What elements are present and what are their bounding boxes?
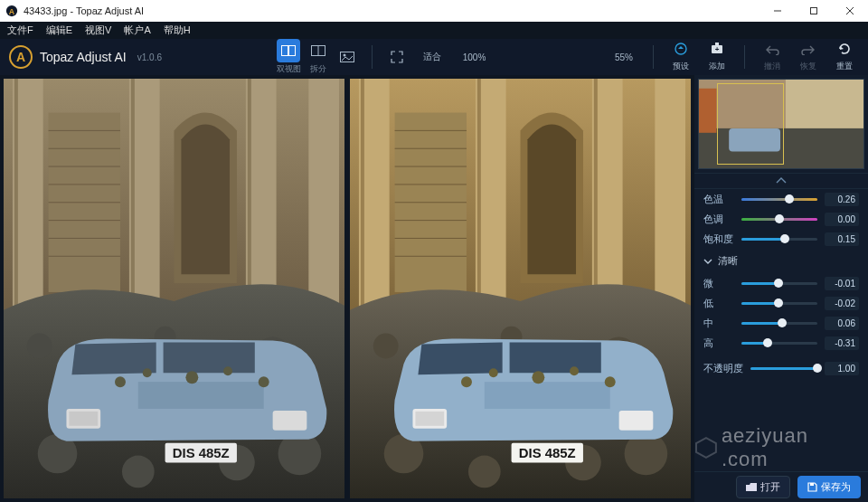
svg-rect-6 <box>282 46 288 56</box>
main: DIS 485Z <box>0 75 868 502</box>
svg-rect-23 <box>308 79 339 328</box>
undo-button[interactable]: 撤消 <box>758 43 787 72</box>
maximize-button[interactable] <box>796 0 832 22</box>
preset-button[interactable]: 预设 <box>666 43 695 72</box>
open-button[interactable]: 打开 <box>736 476 790 498</box>
menu-file[interactable]: 文件F <box>7 24 33 37</box>
svg-rect-43 <box>69 412 98 426</box>
svg-point-49 <box>143 368 152 377</box>
chevron-up-icon <box>776 177 787 185</box>
slider-low[interactable]: 低 -0.02 <box>694 293 868 313</box>
collapse-color-section[interactable] <box>694 173 868 189</box>
menubar: 文件F 编辑E 视图V 帐户A 帮助H <box>0 22 868 39</box>
svg-text:+: + <box>715 45 720 53</box>
app-version: v1.0.6 <box>137 52 162 62</box>
slider-micro[interactable]: 微 -0.01 <box>694 273 868 293</box>
svg-rect-44 <box>273 411 307 431</box>
brandbar: A Topaz Adjust AI v1.0.6 双视图 拆分 适合 100% … <box>0 39 868 75</box>
image-mode-button[interactable] <box>335 45 359 69</box>
svg-rect-45 <box>138 382 264 409</box>
folder-icon <box>746 483 757 492</box>
clarity-section-header[interactable]: 清晰 <box>694 249 868 273</box>
svg-point-48 <box>115 376 126 387</box>
svg-rect-95 <box>810 483 814 486</box>
svg-rect-57 <box>477 79 481 328</box>
slider-high[interactable]: 高 -0.31 <box>694 333 868 353</box>
slider-saturation[interactable]: 饱和度 0.15 <box>694 229 868 249</box>
preview-area: DIS 485Z <box>0 75 694 502</box>
save-as-button[interactable]: 保存为 <box>797 476 861 498</box>
navigator-selection[interactable] <box>717 83 784 165</box>
svg-point-89 <box>605 376 616 387</box>
svg-point-11 <box>343 54 345 57</box>
app-name: Topaz Adjust AI <box>40 50 127 64</box>
menu-help[interactable]: 帮助H <box>164 24 191 37</box>
fit-button[interactable] <box>385 45 409 69</box>
svg-text:A: A <box>9 7 15 16</box>
svg-point-51 <box>223 366 232 375</box>
svg-point-88 <box>570 366 579 375</box>
slider-temperature[interactable]: 色温 0.26 <box>694 189 868 209</box>
chevron-down-icon <box>703 257 712 266</box>
svg-point-33 <box>27 334 52 359</box>
window-title: 43433.jpg - Topaz Adjust AI <box>24 5 144 16</box>
svg-rect-20 <box>131 79 135 328</box>
menu-account[interactable]: 帐户A <box>124 24 150 37</box>
slider-mid[interactable]: 中 0.06 <box>694 313 868 333</box>
dual-view-button[interactable]: 双视图 <box>277 39 301 75</box>
logo-icon: A <box>9 45 33 69</box>
right-panel: 色温 0.26 色调 0.00 饱和度 0.15 清晰 微 -0.01 低 -0… <box>694 75 868 502</box>
navigator-thumbnail[interactable] <box>698 79 864 169</box>
footer-buttons: 打开 保存为 <box>694 471 868 502</box>
svg-point-87 <box>532 371 544 384</box>
zoom-level[interactable]: 100% <box>463 52 486 62</box>
svg-rect-55 <box>361 79 364 328</box>
svg-rect-18 <box>14 79 18 328</box>
svg-point-70 <box>373 334 399 359</box>
svg-rect-82 <box>485 382 610 409</box>
svg-rect-60 <box>655 79 685 328</box>
svg-point-52 <box>259 376 269 387</box>
minimize-button[interactable] <box>760 0 796 22</box>
view-mode-group: 双视图 拆分 <box>277 39 359 75</box>
titlebar: A 43433.jpg - Topaz Adjust AI <box>0 0 868 22</box>
app-icon: A <box>5 5 18 17</box>
svg-rect-80 <box>415 412 444 426</box>
split-view-button[interactable]: 拆分 <box>307 39 330 75</box>
menu-edit[interactable]: 编辑E <box>46 24 72 37</box>
add-button[interactable]: + 添加 <box>703 43 731 72</box>
opacity-percent: 55% <box>615 52 633 62</box>
svg-rect-7 <box>289 46 296 56</box>
svg-text:DIS 485Z: DIS 485Z <box>519 446 576 460</box>
svg-rect-94 <box>699 89 716 133</box>
preview-original[interactable]: DIS 485Z <box>4 79 344 498</box>
svg-point-86 <box>489 368 498 377</box>
preview-adjusted[interactable]: DIS 485Z <box>350 79 691 498</box>
svg-rect-81 <box>619 411 654 431</box>
reset-button[interactable]: 重置 <box>830 43 859 72</box>
svg-rect-3 <box>811 8 817 14</box>
slider-opacity[interactable]: 不透明度 1.00 <box>694 358 868 378</box>
slider-tint[interactable]: 色调 0.00 <box>694 209 868 229</box>
close-button[interactable] <box>832 0 868 22</box>
svg-point-85 <box>461 376 472 387</box>
save-icon <box>807 482 817 492</box>
svg-point-39 <box>122 456 155 488</box>
redo-button[interactable]: 恢复 <box>794 43 823 72</box>
menu-view[interactable]: 视图V <box>85 24 111 37</box>
svg-point-50 <box>185 371 198 384</box>
svg-point-76 <box>468 456 501 488</box>
fit-label[interactable]: 适合 <box>423 51 441 63</box>
svg-text:DIS 485Z: DIS 485Z <box>173 446 230 460</box>
